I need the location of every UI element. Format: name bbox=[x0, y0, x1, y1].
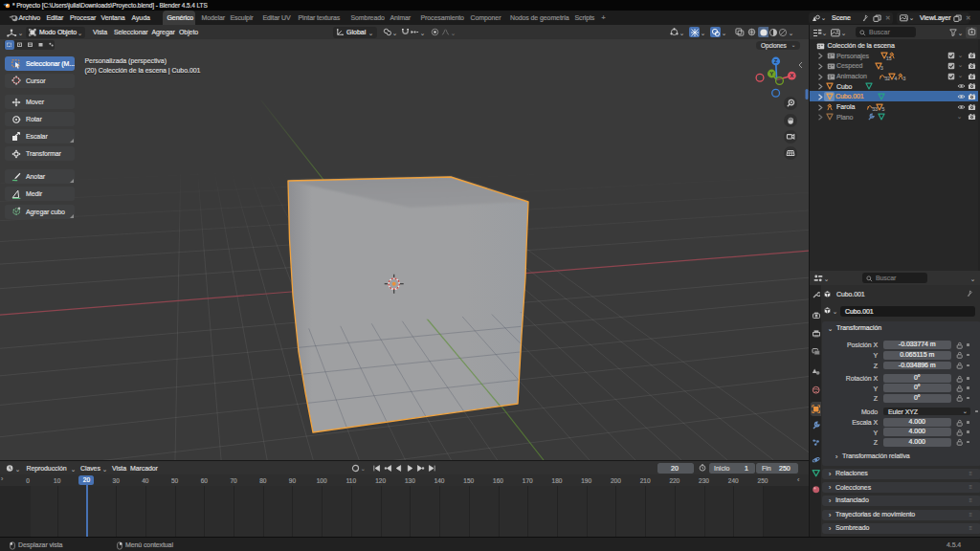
svg-text:X: X bbox=[790, 73, 793, 78]
svg-text:Z: Z bbox=[774, 58, 778, 64]
svg-text:Y: Y bbox=[769, 71, 773, 77]
